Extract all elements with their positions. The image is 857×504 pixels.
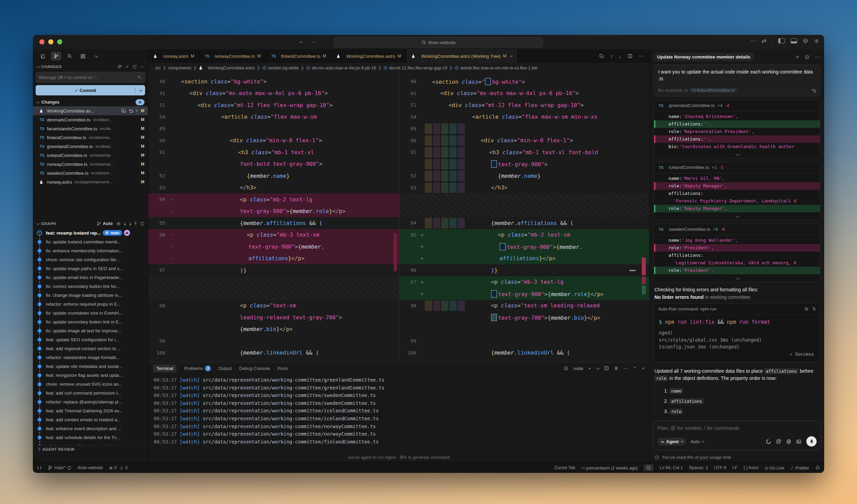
maximize-panel-icon[interactable]: ⌃	[633, 366, 637, 371]
editor-tab[interactable]: WorkingCommittee.astro (Working Tree)M×	[406, 49, 518, 63]
search-view-icon[interactable]	[64, 52, 75, 61]
code-line[interactable]: -text-gray-900">{member.role}</p>	[148, 205, 399, 217]
code-line[interactable]: +affiliations}</p>	[399, 253, 650, 265]
new-terminal-icon[interactable]: +	[588, 366, 591, 371]
file-row[interactable]: TSgreenlandCommittee.tssrc/data/...M	[33, 142, 148, 151]
model-selector[interactable]: Auto	[690, 439, 703, 444]
zoom-indicator[interactable]	[644, 464, 653, 471]
breadcrumb-item[interactable]: article.flex.max-w-sm.min-w-xs.flex-1.it…	[455, 66, 538, 70]
breadcrumb-item[interactable]: div.mt-12.flex.flex-wrap.gap-10	[383, 66, 447, 70]
split-terminal-icon[interactable]	[604, 366, 609, 371]
code-line[interactable]: {member.bio}</p>	[148, 323, 399, 335]
commit-item[interactable]: feat: add Triennial Gathering 2026 ev...	[33, 406, 148, 415]
commit-item[interactable]: fix: update email links in PageHeader...	[33, 273, 148, 282]
code-line[interactable]: 92{member.name}	[399, 170, 650, 182]
refresh-icon[interactable]	[132, 65, 137, 69]
file-row[interactable]: TSnorwayCommittee.tssrc/data/rep...M	[33, 160, 148, 169]
code-line[interactable]: font-bold text-gray-900">	[148, 158, 399, 170]
changes-section-header[interactable]: CHANGES ✓ ⋯	[33, 63, 148, 70]
web-icon[interactable]	[786, 439, 791, 444]
user-message[interactable]: I want you to update the actual code ins…	[654, 65, 820, 96]
go-live-button[interactable]: ◎ Go Live	[765, 465, 784, 470]
file-row[interactable]: TSicelandCommittee.tssrc/data/rep...M	[33, 151, 148, 160]
diff-card-header[interactable]: TSgreenlandCommittee.ts+4-4	[654, 100, 820, 111]
encoding-status[interactable]: UTF-8	[714, 465, 726, 470]
code-line[interactable]: 100{member.linkedinUrl && (	[148, 347, 399, 359]
expand-icon[interactable]: ⇅	[812, 306, 816, 312]
remote-indicator[interactable]	[37, 465, 42, 470]
command-center-search[interactable]: finan-website	[334, 37, 543, 48]
file-row[interactable]: WorkingCommittee.as...+M	[33, 106, 148, 115]
expand-diff-chevron[interactable]	[654, 276, 820, 282]
repo-name[interactable]: finan-website	[78, 465, 103, 470]
code-line[interactable]: leading-relaxed text-gray-700">	[148, 311, 399, 323]
code-line[interactable]: 89	[148, 123, 399, 135]
toggle-panel-icon[interactable]	[791, 38, 797, 43]
chevron-down-icon[interactable]	[91, 52, 101, 61]
commit-item[interactable]: fix: enhance membership information...	[33, 246, 148, 255]
view-as-list-icon[interactable]	[117, 64, 122, 69]
new-chat-icon[interactable]: +	[796, 54, 799, 61]
commit-item[interactable]: feat: update site metadata and social...	[33, 362, 148, 371]
maximize-window-button[interactable]	[57, 39, 62, 44]
chat-input-box[interactable]: Plan, @ for context, / for commands ∞ Ag…	[653, 421, 821, 450]
code-line[interactable]: 97)}	[148, 264, 399, 276]
editor-tab[interactable]: WorkingCommittee.astroM	[331, 49, 406, 63]
commit-item[interactable]: chore: remove unused SVG icons an...	[33, 380, 148, 388]
panel-tab-output[interactable]: Output	[218, 366, 232, 371]
code-line[interactable]: text-gray-900">	[399, 158, 650, 170]
code-line[interactable]: 98<p class="text-sm leading-relaxed	[399, 300, 650, 312]
panel-tab-debug-console[interactable]: Debug Console	[239, 366, 270, 371]
code-line[interactable]: 40<section class="bg-white">	[148, 76, 399, 88]
commit-item[interactable]: refactor: enforce required props in E...	[33, 300, 148, 308]
file-diff-card[interactable]: TSgreenlandCommittee.ts+4-4name: 'Inuute…	[654, 100, 820, 158]
commit-message-input[interactable]: Message (⌘⏎ to commit on "...	[36, 72, 145, 83]
split-editor-icon[interactable]	[628, 54, 632, 58]
file-diff-card[interactable]: TSicelandCommittee.ts+1-1name: 'Marvi Gi…	[654, 162, 820, 220]
commit-item[interactable]: fix: update secondary button link in E..…	[33, 317, 148, 326]
panel-tab-terminal[interactable]: Terminal	[153, 364, 177, 372]
refresh-graph-icon[interactable]	[140, 222, 144, 226]
commit-item[interactable]: feat: revamp Iceland rep...main	[33, 228, 148, 237]
settings-gear-icon[interactable]	[814, 38, 819, 44]
stage-changes-icon[interactable]: +	[136, 108, 138, 113]
fetch-icon[interactable]: ⤓	[124, 222, 126, 226]
close-panel-icon[interactable]: ×	[642, 366, 644, 371]
code-line[interactable]: 93</h3>	[399, 182, 650, 194]
code-line[interactable]: 41<div class="mx-auto max-w-4xl px-6 pb-…	[399, 88, 650, 100]
cursor-position[interactable]: Ln 94, Col 1	[660, 465, 682, 470]
terminal-dropdown-chevron[interactable]	[596, 366, 600, 370]
panel-more-icon[interactable]: ⋯	[624, 366, 628, 371]
last-commit-author[interactable]: ⊸ poncardasm (2 weeks ago)	[581, 465, 638, 470]
code-line[interactable]: 94{member.affiliations && (	[399, 217, 650, 229]
code-line[interactable]: 51<div class="mt-12 flex flex-wrap gap-1…	[148, 99, 399, 111]
kill-terminal-icon[interactable]	[614, 366, 618, 371]
minimize-window-button[interactable]	[48, 39, 53, 44]
open-file-icon[interactable]	[121, 108, 126, 113]
commit-item[interactable]: feat: add contact emails to Iceland a...	[33, 415, 148, 424]
explorer-icon[interactable]	[38, 52, 48, 61]
code-line[interactable]: 91<h3 class="mb-1 text-xl font-bold	[399, 146, 650, 158]
file-row[interactable]: TSswedenCommittee.tssrc/data/re...M	[33, 169, 148, 177]
breadcrumb-item[interactable]: src	[155, 66, 161, 70]
file-row[interactable]: norway.astrosrc/pages/represent...M	[33, 177, 148, 186]
chat-title[interactable]: Update Norway committee member details	[654, 53, 754, 61]
close-window-button[interactable]	[39, 39, 44, 44]
code-line[interactable]: 93</h3>	[148, 182, 399, 194]
code-line[interactable]: 98<p class="text-sm	[148, 300, 399, 312]
commit-item[interactable]: fix: correct secondary button link for..…	[33, 282, 148, 291]
code-line[interactable]: 90<div class="min-w-0 flex-1">	[148, 135, 399, 147]
code-line[interactable]: text-gray-700">{member.bio}</p>	[399, 311, 650, 323]
code-line[interactable]: 96)}	[399, 264, 650, 276]
commit-item[interactable]: feat: add schedule details for the Tri..…	[33, 433, 148, 442]
commit-item[interactable]: fix: update countdown size in EventH...	[33, 308, 148, 317]
more-actions-icon[interactable]: ⋯	[751, 38, 756, 44]
panel-tab-problems[interactable]: Problems3	[184, 366, 211, 371]
sync-arrows-icon[interactable]: ⇄	[762, 38, 766, 44]
commit-button[interactable]: ✓ Commit	[36, 85, 145, 95]
code-line[interactable]: 99	[148, 335, 399, 347]
agent-mode-selector[interactable]: ∞ Agent	[657, 438, 686, 446]
commit-item[interactable]: chore: remove site configuration file ..…	[33, 255, 148, 264]
extensions-icon[interactable]	[78, 52, 88, 61]
graph-section-header[interactable]: GRAPH Auto ⤓ ⤓ ⤒	[33, 220, 148, 228]
